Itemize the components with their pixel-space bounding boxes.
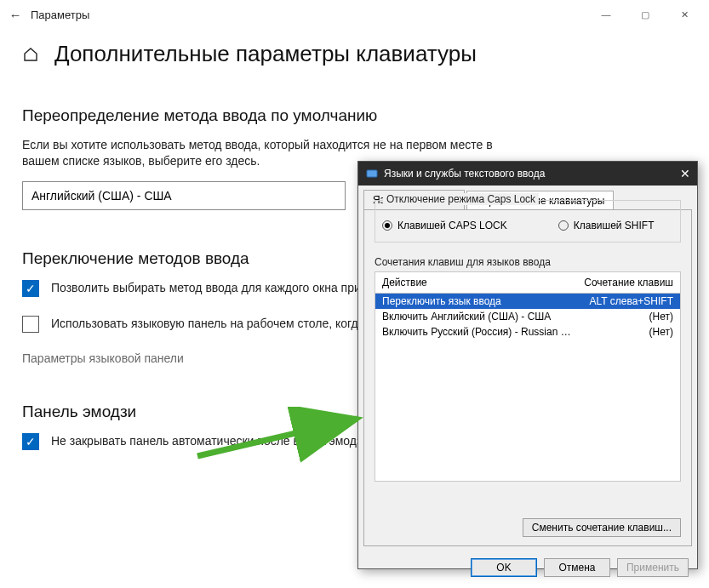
hotkey-list-header: Действие Сочетание клавиш: [375, 271, 681, 293]
ok-button[interactable]: OK: [471, 558, 537, 577]
radio-capslock-label: Клавишей CAPS LOCK: [397, 220, 507, 231]
checkbox-language-bar[interactable]: [22, 316, 39, 333]
close-button[interactable]: ✕: [665, 1, 704, 28]
svg-rect-0: [367, 170, 377, 177]
checkbox-emoji-panel-label: Не закрывать панель автоматически после …: [51, 433, 369, 449]
page-title: Дополнительные параметры клавиатуры: [54, 41, 477, 67]
hotkey-listbox[interactable]: Переключить язык ввода ALT слева+SHIFT В…: [375, 293, 681, 482]
maximize-button[interactable]: ▢: [626, 1, 665, 28]
list-item[interactable]: Включить Русский (Россия) - Russian Phon…: [375, 324, 680, 340]
minimize-button[interactable]: —: [586, 1, 626, 28]
default-input-method-dropdown[interactable]: Английский (США) - США: [22, 181, 346, 210]
capslock-group-label: Отключение режима Caps Lock: [383, 193, 539, 205]
section-override-heading: Переопределение метода ввода по умолчани…: [22, 106, 687, 125]
change-hotkey-button[interactable]: Сменить сочетание клавиш...: [523, 518, 681, 537]
hotkeys-group-label: Сочетания клавиш для языков ввода: [375, 256, 681, 268]
cancel-button[interactable]: Отмена: [544, 558, 610, 577]
radio-capslock-key[interactable]: Клавишей CAPS LOCK: [382, 220, 507, 231]
window-title: Параметры: [31, 9, 89, 21]
list-item[interactable]: Переключить язык ввода ALT слева+SHIFT: [375, 294, 680, 309]
dialog-icon: [365, 167, 379, 180]
apply-button[interactable]: Применить: [617, 558, 689, 577]
checkbox-emoji-panel[interactable]: ✓: [22, 433, 39, 450]
checkbox-per-app-label: Позволить выбирать метод ввода для каждо…: [51, 280, 409, 296]
radio-shift-label: Клавишей SHIFT: [574, 220, 655, 231]
checkbox-per-app[interactable]: ✓: [22, 280, 39, 297]
back-button[interactable]: ←: [5, 8, 26, 22]
col-action: Действие: [382, 277, 571, 288]
settings-titlebar: ← Параметры — ▢ ✕: [0, 0, 709, 29]
list-item[interactable]: Включить Английский (США) - США (Нет): [375, 309, 680, 324]
dialog-title: Языки и службы текстового ввода: [384, 168, 545, 180]
dialog-titlebar: Языки и службы текстового ввода ✕: [358, 162, 697, 186]
radio-shift-key[interactable]: Клавишей SHIFT: [558, 220, 655, 231]
text-services-dialog: Языки и службы текстового ввода ✕ Языков…: [357, 161, 698, 569]
home-icon[interactable]: [22, 46, 39, 63]
dropdown-value: Английский (США) - США: [31, 189, 172, 203]
dialog-close-icon[interactable]: ✕: [680, 167, 690, 180]
col-combo: Сочетание клавиш: [571, 277, 673, 288]
